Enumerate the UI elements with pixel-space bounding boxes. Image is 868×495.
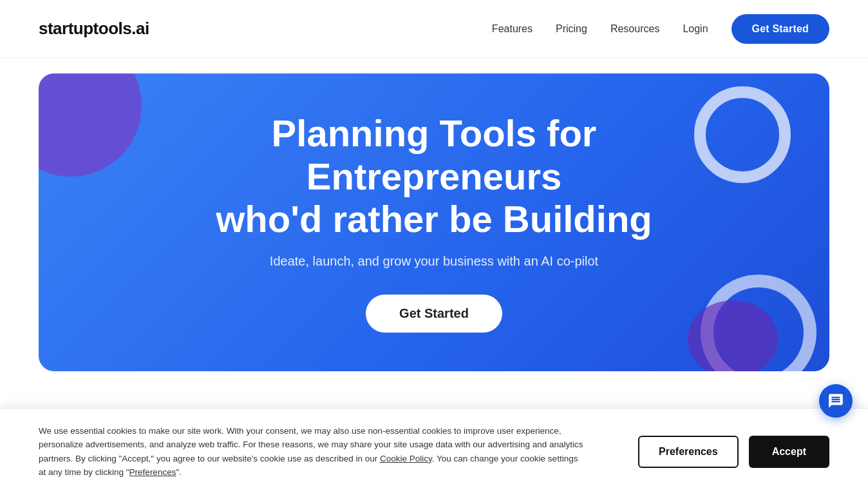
- logo[interactable]: startuptools.ai: [39, 19, 149, 39]
- header: startuptools.ai Features Pricing Resourc…: [0, 0, 868, 58]
- preferences-inline-link[interactable]: Preferences: [129, 467, 176, 477]
- nav-features[interactable]: Features: [492, 23, 533, 35]
- accept-button[interactable]: Accept: [749, 436, 829, 468]
- nav-login[interactable]: Login: [683, 23, 708, 35]
- hero-title: Planning Tools for Entrepreneurs who'd r…: [144, 112, 724, 241]
- hero-deco-blob: [688, 300, 778, 371]
- hero-section: Planning Tools for Entrepreneurs who'd r…: [39, 73, 829, 371]
- cookie-buttons: Preferences Accept: [638, 436, 829, 468]
- hero-subtitle: Ideate, launch, and grow your business w…: [270, 254, 598, 269]
- chat-bubble-button[interactable]: [819, 384, 853, 418]
- cookie-policy-link[interactable]: Cookie Policy: [380, 454, 432, 463]
- cookie-banner: We use essential cookies to make our sit…: [0, 408, 868, 495]
- preferences-button[interactable]: Preferences: [638, 436, 739, 468]
- hero-get-started-button[interactable]: Get Started: [366, 295, 502, 333]
- nav-pricing[interactable]: Pricing: [556, 23, 587, 35]
- nav: Features Pricing Resources Login Get Sta…: [492, 14, 829, 44]
- cookie-text: We use essential cookies to make our sit…: [39, 424, 586, 480]
- nav-get-started-button[interactable]: Get Started: [731, 14, 829, 44]
- chat-icon: [827, 393, 844, 409]
- nav-resources[interactable]: Resources: [610, 23, 659, 35]
